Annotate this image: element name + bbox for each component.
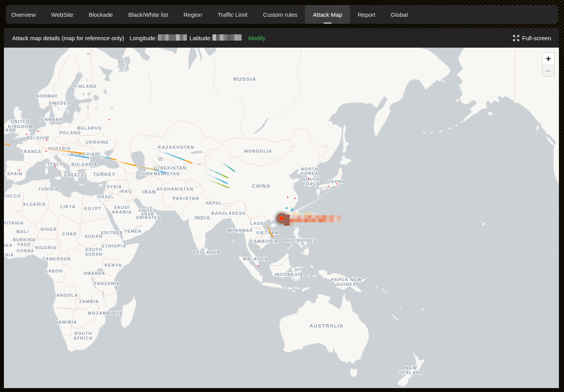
svg-text:MYANMAR: MYANMAR (228, 228, 253, 233)
svg-text:RWANDA: RWANDA (84, 271, 105, 276)
svg-text:NEPAL: NEPAL (206, 201, 222, 205)
svg-text:MAURITANIA: MAURITANIA (4, 221, 24, 225)
svg-text:SRI LANKA: SRI LANKA (193, 250, 220, 255)
svg-text:SUDAN: SUDAN (85, 234, 103, 239)
svg-text:MALAYSIA: MALAYSIA (243, 257, 268, 261)
svg-text:MALI: MALI (16, 229, 29, 234)
svg-text:KOREA: KOREA (303, 182, 320, 186)
svg-text:ALGERIA: ALGERIA (23, 202, 46, 207)
svg-text:LIBYA: LIBYA (61, 204, 76, 209)
svg-text:BURKINA: BURKINA (13, 237, 36, 242)
svg-text:SWEDEN: SWEDEN (49, 101, 71, 105)
svg-text:AFRICA: AFRICA (73, 336, 93, 340)
svg-text:SOUTH: SOUTH (85, 247, 102, 252)
svg-text:ANGOLA: ANGOLA (56, 293, 78, 298)
svg-text:NAMIBIA: NAMIBIA (55, 320, 77, 324)
svg-text:PHILIPPINES: PHILIPPINES (283, 238, 317, 243)
svg-text:IRELAND: IRELAND (4, 128, 16, 132)
svg-text:INDONESIA: INDONESIA (275, 272, 303, 277)
svg-text:KENYA: KENYA (105, 263, 122, 267)
svg-text:BELGIUM: BELGIUM (27, 135, 49, 140)
svg-text:PAKISTAN: PAKISTAN (173, 196, 199, 201)
svg-text:BULGARIA: BULGARIA (71, 162, 98, 167)
svg-text:NEW: NEW (405, 365, 417, 370)
svg-text:CAMEROON: CAMEROON (42, 257, 71, 261)
svg-text:NIGER: NIGER (41, 227, 57, 232)
svg-text:TURKEY: TURKEY (93, 172, 116, 177)
svg-text:YEMEN: YEMEN (124, 229, 141, 233)
svg-text:UZBEKISTAN: UZBEKISTAN (153, 166, 186, 170)
svg-text:SAUDI: SAUDI (114, 205, 130, 210)
svg-text:GUINEA: GUINEA (4, 243, 13, 248)
svg-text:AFGHANISTAN: AFGHANISTAN (157, 187, 194, 191)
svg-text:ZEALAND: ZEALAND (399, 370, 423, 375)
svg-text:FASO: FASO (18, 242, 31, 247)
svg-text:ZAMBIA: ZAMBIA (79, 299, 99, 304)
svg-text:ARABIA: ARABIA (112, 210, 132, 214)
svg-text:EGYPT: EGYPT (84, 206, 102, 211)
svg-text:GHANA: GHANA (16, 248, 34, 253)
svg-text:ERITREA: ERITREA (101, 230, 123, 235)
svg-text:INDIA: INDIA (194, 215, 210, 221)
svg-text:ISRAEL: ISRAEL (96, 195, 114, 199)
svg-text:TUNISIA: TUNISIA (38, 187, 59, 191)
svg-text:RUSSIA: RUSSIA (233, 76, 256, 82)
svg-text:IRAQ: IRAQ (120, 189, 132, 194)
svg-text:LAOS: LAOS (250, 221, 264, 226)
svg-text:GUINEA: GUINEA (336, 282, 356, 287)
svg-text:MONGOLIA: MONGOLIA (244, 149, 272, 153)
svg-text:MOZAMBIQUE: MOZAMBIQUE (88, 311, 123, 315)
svg-text:GABON: GABON (45, 269, 62, 273)
svg-text:AUSTRALIA: AUSTRALIA (309, 323, 344, 329)
svg-text:MOROCCO: MOROCCO (4, 194, 21, 198)
svg-text:POLAND: POLAND (60, 130, 81, 135)
svg-text:SPAIN: SPAIN (7, 171, 23, 176)
svg-text:TANZANIA: TANZANIA (94, 281, 120, 286)
svg-text:ITALY: ITALY (48, 162, 63, 166)
svg-text:VIETNAM: VIETNAM (256, 230, 279, 235)
svg-text:SOUTH: SOUTH (303, 177, 320, 182)
svg-text:SYRIA: SYRIA (107, 184, 122, 189)
svg-text:SUDAN: SUDAN (85, 252, 102, 257)
svg-text:CHINA: CHINA (252, 183, 271, 189)
svg-text:CAMBODIA: CAMBODIA (250, 239, 278, 244)
svg-text:BANGLADESH: BANGLADESH (211, 211, 246, 216)
svg-text:KOREA: KOREA (301, 171, 319, 176)
svg-text:LIBERIA: LIBERIA (4, 253, 14, 257)
svg-text:TURKMENISTAN: TURKMENISTAN (139, 171, 180, 176)
svg-text:NORWAY: NORWAY (36, 94, 58, 98)
svg-text:PAPUA NEW: PAPUA NEW (331, 277, 362, 282)
svg-text:NIGERIA: NIGERIA (35, 245, 57, 250)
svg-text:FINLAND: FINLAND (74, 84, 97, 89)
svg-text:JAPAN: JAPAN (328, 179, 345, 184)
svg-text:ETHIOPIA: ETHIOPIA (102, 244, 126, 248)
svg-text:GREECE: GREECE (64, 173, 85, 177)
svg-text:FRANCE: FRANCE (21, 149, 42, 154)
svg-text:UKRAINE: UKRAINE (86, 140, 109, 144)
svg-text:EMIRATES: EMIRATES (136, 216, 161, 220)
svg-text:IRAN: IRAN (143, 189, 156, 195)
svg-text:UNITED: UNITED (11, 119, 30, 124)
svg-text:BELARUS: BELARUS (77, 126, 102, 130)
svg-text:DENMARK: DENMARK (38, 117, 62, 122)
svg-text:SOUTH: SOUTH (74, 331, 92, 336)
svg-text:CHAD: CHAD (62, 232, 77, 236)
svg-text:KAZAKHSTAN: KAZAKHSTAN (158, 145, 194, 150)
